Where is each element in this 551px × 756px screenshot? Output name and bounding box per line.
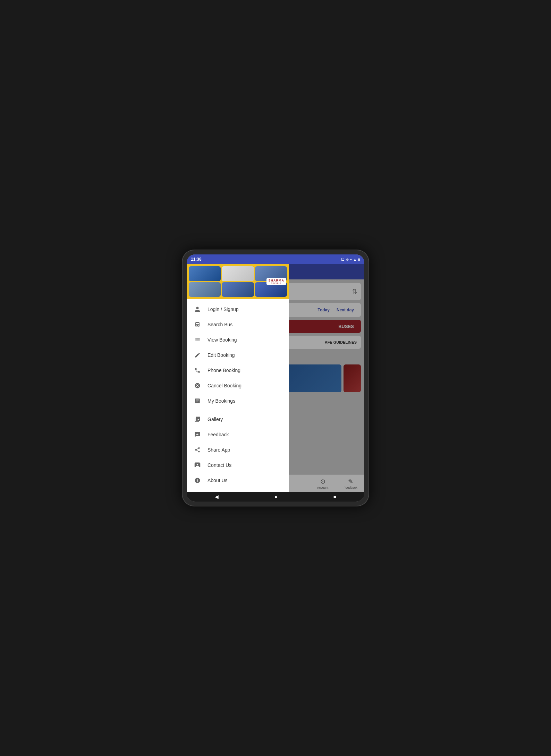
- sharma-brand-sub: TRAVELS: [269, 282, 285, 284]
- sharma-logo: SHARMA TRAVELS: [266, 278, 287, 285]
- gallery-icon: [194, 415, 201, 423]
- cancel-icon: [194, 382, 201, 389]
- sim-icon: 🖫: [341, 258, 345, 261]
- navigation-drawer: SHARMA TRAVELS Login / Signup: [187, 264, 289, 492]
- list-icon: [194, 336, 201, 344]
- status-icons: 🖫 ⊙ ▾ ▲ ▮: [341, 258, 360, 261]
- menu-item-search-bus[interactable]: Search Bus: [187, 317, 289, 332]
- drawer-menu: Login / Signup Search Bus: [187, 299, 289, 492]
- person-icon: [194, 305, 201, 313]
- status-bar: 11:38 🖫 ⊙ ▾ ▲ ▮: [187, 254, 364, 264]
- info-icon: [194, 477, 201, 484]
- menu-item-contact-us[interactable]: Contact Us: [187, 457, 289, 473]
- phone-booking-label: Phone Booking: [207, 368, 240, 373]
- edit-booking-label: Edit Booking: [207, 352, 235, 358]
- share-app-label: Share App: [207, 447, 230, 453]
- my-bookings-label: My Bookings: [207, 398, 235, 404]
- menu-item-login[interactable]: Login / Signup: [187, 302, 289, 317]
- menu-item-about-us[interactable]: About Us: [187, 473, 289, 488]
- menu-divider: [187, 410, 289, 410]
- search-bus-label: Search Bus: [207, 322, 232, 327]
- edit-icon: [194, 351, 201, 359]
- location-icon: ⊙: [346, 258, 349, 261]
- banner-img-station: [222, 282, 254, 297]
- cancel-booking-label: Cancel Booking: [207, 383, 241, 388]
- menu-item-cancel-booking[interactable]: Cancel Booking: [187, 378, 289, 393]
- menu-item-phone-booking[interactable]: Phone Booking: [187, 363, 289, 378]
- battery-icon: ▮: [358, 258, 360, 261]
- bus-icon: [194, 321, 201, 328]
- signal-icon: ▲: [353, 258, 357, 261]
- device-screen: 11:38 🖫 ⊙ ▾ ▲ ▮ RMA ⇅: [187, 254, 364, 502]
- back-button[interactable]: ◀: [215, 494, 219, 499]
- feedback-label: Feedback: [207, 432, 229, 437]
- feedback-icon: [194, 431, 201, 438]
- menu-item-rate-us[interactable]: Rate us: [187, 488, 289, 492]
- menu-item-view-booking[interactable]: View Booking: [187, 332, 289, 347]
- banner-img-seat: [189, 266, 221, 281]
- wifi-icon: ▾: [350, 258, 352, 261]
- login-label: Login / Signup: [207, 306, 239, 312]
- about-us-label: About Us: [207, 478, 228, 483]
- menu-item-my-bookings[interactable]: My Bookings: [187, 393, 289, 409]
- device-frame: 11:38 🖫 ⊙ ▾ ▲ ▮ RMA ⇅: [182, 250, 369, 506]
- contact-icon: [194, 461, 201, 469]
- sharma-brand-name: SHARMA: [269, 279, 285, 282]
- view-booking-label: View Booking: [207, 337, 237, 343]
- device-nav-bar: ◀ ● ■: [187, 492, 364, 502]
- menu-item-edit-booking[interactable]: Edit Booking: [187, 347, 289, 363]
- main-content: RMA ⇅ Today Next day BUSES AFE GUIDELINE…: [187, 264, 364, 492]
- home-button[interactable]: ●: [274, 494, 277, 499]
- share-icon: [194, 446, 201, 454]
- banner-img-panel: [189, 282, 221, 297]
- star-icon: [194, 397, 201, 405]
- status-time: 11:38: [191, 257, 202, 262]
- menu-item-feedback[interactable]: Feedback: [187, 427, 289, 442]
- banner-img-bus: [222, 266, 254, 281]
- menu-item-share-app[interactable]: Share App: [187, 442, 289, 457]
- gallery-label: Gallery: [207, 417, 223, 422]
- drawer-banner: SHARMA TRAVELS: [187, 264, 289, 299]
- menu-item-gallery[interactable]: Gallery: [187, 412, 289, 427]
- contact-us-label: Contact Us: [207, 462, 231, 468]
- recent-button[interactable]: ■: [333, 494, 336, 499]
- phone-icon: [194, 367, 201, 374]
